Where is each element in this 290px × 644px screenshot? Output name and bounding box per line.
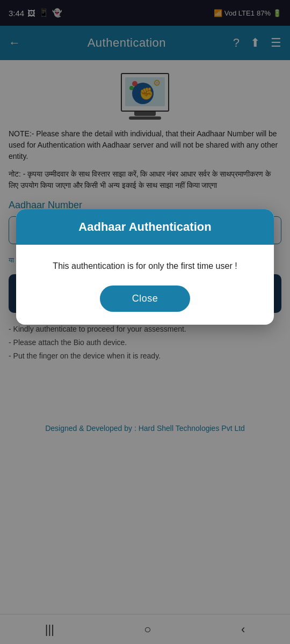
modal-overlay: Aadhaar Authentication This authenticati… xyxy=(0,0,290,644)
modal-close-button[interactable]: Close xyxy=(100,286,191,312)
modal-dialog: Aadhaar Authentication This authenticati… xyxy=(16,209,274,325)
modal-message: This authentication is for only the firs… xyxy=(29,260,261,273)
modal-header: Aadhaar Authentication xyxy=(16,209,274,245)
modal-body: This authentication is for only the firs… xyxy=(16,245,274,325)
modal-title: Aadhaar Authentication xyxy=(78,220,211,233)
